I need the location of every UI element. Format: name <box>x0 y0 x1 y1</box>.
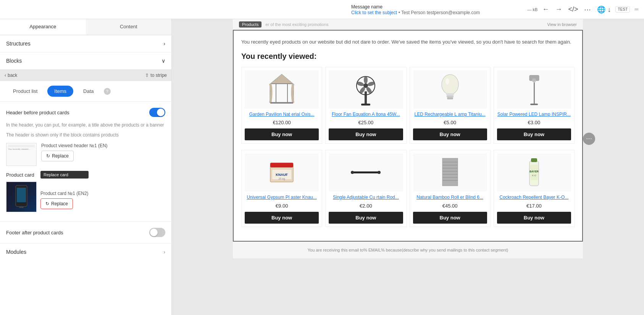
product-name-6[interactable]: Single Adjustable Cu rtain Rod... <box>329 195 403 201</box>
buy-now-btn-8[interactable]: Buy now <box>497 212 571 224</box>
svg-rect-22 <box>447 97 453 99</box>
product-card-1: Garden Pavilion Nat erial Oxis... €120.0… <box>241 67 322 144</box>
buy-now-btn-3[interactable]: Buy now <box>413 128 487 140</box>
footer-toggle-label: Footer after product cards <box>6 230 63 235</box>
footer-toggle[interactable] <box>149 228 165 237</box>
to-stripe-button[interactable]: ⇧ to stripe <box>145 73 167 78</box>
product-price-5: €9.00 <box>245 203 319 209</box>
product-card-template-label: Product card №1 (EN2) <box>40 191 89 196</box>
more-button[interactable]: ⋯ <box>583 4 592 15</box>
svg-rect-24 <box>534 80 535 105</box>
svg-rect-27 <box>533 78 536 81</box>
svg-rect-9 <box>270 102 293 104</box>
replace-icon: ↻ <box>46 153 50 159</box>
svg-rect-10 <box>365 91 367 105</box>
product-card-4: Solar Powered LED Lamp INSPIR... €3.00 B… <box>494 67 575 144</box>
product-name-8[interactable]: Cockroach Repellent Bayer K-O... <box>497 195 571 201</box>
panel-content: Header before product cards In the heade… <box>0 102 171 218</box>
svg-text:BAYER: BAYER <box>529 170 539 173</box>
product-price-1: €120.00 <box>245 120 319 125</box>
message-info: Message name Click to set the subject • … <box>176 4 527 15</box>
desc-text-2: The header is shown only if the block co… <box>6 132 165 138</box>
svg-rect-2 <box>19 207 24 208</box>
replace-header-button[interactable]: ↻ Replace <box>41 151 74 161</box>
header-toggle[interactable] <box>149 108 165 117</box>
product-img-gypsum: KNAUF 25 kg <box>245 153 319 192</box>
data-btn[interactable]: Data <box>76 86 100 97</box>
product-img-curtain <box>329 153 403 192</box>
toolbar-right: — kB ← → </> ⋯ 🌐 ↓ TEST ⎓ <box>527 4 640 15</box>
blocks-section[interactable]: Blocks ∨ <box>0 52 171 70</box>
language-button[interactable]: 🌐 ↓ <box>596 4 612 15</box>
buy-now-btn-1[interactable]: Buy now <box>245 128 319 140</box>
product-name-5[interactable]: Universal Gypsum Pl aster Knau... <box>245 195 319 201</box>
items-btn[interactable]: Items <box>47 86 73 97</box>
product-grid-row2: KNAUF 25 kg Universal Gypsum Pl aster Kn… <box>241 150 575 227</box>
product-card-5: KNAUF 25 kg Universal Gypsum Pl aster Kn… <box>241 150 322 227</box>
buy-now-btn-6[interactable]: Buy now <box>329 212 403 224</box>
back-button[interactable]: ‹ back <box>5 73 17 78</box>
code-button[interactable]: </> <box>567 4 579 15</box>
buy-now-btn-2[interactable]: Buy now <box>329 128 403 140</box>
buy-now-btn-5[interactable]: Buy now <box>245 212 319 224</box>
replace-card-button[interactable]: ↻ Replace <box>40 198 73 209</box>
svg-rect-20 <box>446 93 454 96</box>
tab-content[interactable]: Content <box>86 19 172 35</box>
product-name-2[interactable]: Floor Fan Equation A ltona 45W... <box>329 112 403 118</box>
right-panel: ⋯ Products er of the most exciting promo… <box>172 19 644 315</box>
svg-point-23 <box>445 78 449 84</box>
svg-rect-37 <box>442 158 458 186</box>
undo-button[interactable]: ← <box>541 4 550 15</box>
email-more-button[interactable]: ⋯ <box>583 133 595 145</box>
replace-card-tooltip: Replace card <box>40 171 89 179</box>
email-header-bar: Products er of the most exciting promoti… <box>233 19 583 30</box>
product-price-2: €25.00 <box>329 120 403 125</box>
svg-point-19 <box>442 75 458 94</box>
structures-chevron: › <box>163 41 165 47</box>
product-name-4[interactable]: Solar Powered LED Lamp INSPIR... <box>497 112 571 118</box>
svg-rect-11 <box>361 104 370 106</box>
back-chevron-icon: ‹ <box>5 73 6 78</box>
email-footer: You are receiving this email to% EMAIL% … <box>233 242 583 258</box>
header-toggle-row: Header before product cards <box>6 108 165 117</box>
product-name-3[interactable]: LED Rechargeable L amp Titaniu... <box>413 112 487 118</box>
subject-label[interactable]: Click to set the subject <box>351 10 397 15</box>
product-name-1[interactable]: Garden Pavilion Nat erial Oxis... <box>245 112 319 118</box>
product-card-8: BAYER K-O Cockroach Repellent Bayer K-O.… <box>494 150 575 227</box>
tab-appearance[interactable]: Appearance <box>0 19 86 35</box>
email-heading: You recently viewed: <box>241 52 575 61</box>
product-name-7[interactable]: Natural Bamboo Roll er Blind 6... <box>413 195 487 201</box>
help-icon[interactable]: ? <box>104 88 111 95</box>
header-preview-row: You recently viewed... Product viewed he… <box>6 143 165 166</box>
product-price-8: €17.00 <box>497 203 571 209</box>
email-intro: You recently eyed products on our websit… <box>241 38 575 46</box>
svg-text:KNAUF: KNAUF <box>276 173 288 177</box>
copy-button[interactable]: ⎓ <box>633 4 640 15</box>
modules-section[interactable]: Modules › <box>0 243 171 260</box>
svg-text:K-O: K-O <box>532 174 536 177</box>
replace-card-wrapper: Replace card Product card №1 (EN2) ↻ Rep… <box>40 182 89 209</box>
product-list-btn[interactable]: Product list <box>6 86 44 97</box>
product-card-2: Floor Fan Equation A ltona 45W... €25.00… <box>325 67 406 144</box>
svg-rect-46 <box>531 158 537 162</box>
product-preview-img <box>6 182 37 212</box>
product-img-bamboo <box>413 153 487 192</box>
svg-point-36 <box>378 171 381 174</box>
top-bar: Message name Click to set the subject • … <box>0 0 644 19</box>
email-wrapper: ⋯ Products er of the most exciting promo… <box>172 19 644 258</box>
buy-now-btn-7[interactable]: Buy now <box>413 212 487 224</box>
buy-now-btn-4[interactable]: Buy now <box>497 128 571 140</box>
structures-section[interactable]: Structures › <box>0 35 171 52</box>
product-card-section: Product card <box>6 172 165 212</box>
test-button[interactable]: TEST <box>615 6 630 13</box>
main-layout: Appearance Content Structures › Blocks ∨… <box>0 19 644 315</box>
product-grid-row1: Garden Pavilion Nat erial Oxis... €120.0… <box>241 67 575 144</box>
product-img-inner <box>6 182 36 212</box>
back-stripe-bar: ‹ back ⇧ to stripe <box>0 70 171 81</box>
product-card-7: Natural Bamboo Roll er Blind 6... €45.00… <box>410 150 491 227</box>
product-card-3: LED Rechargeable L amp Titaniu... €5.00 … <box>410 67 491 144</box>
view-browser[interactable]: View in browser <box>547 22 577 27</box>
product-price-7: €45.00 <box>413 203 487 209</box>
desc-text-1: In the header, you can put, for example,… <box>6 122 165 128</box>
redo-button[interactable]: → <box>554 4 563 15</box>
